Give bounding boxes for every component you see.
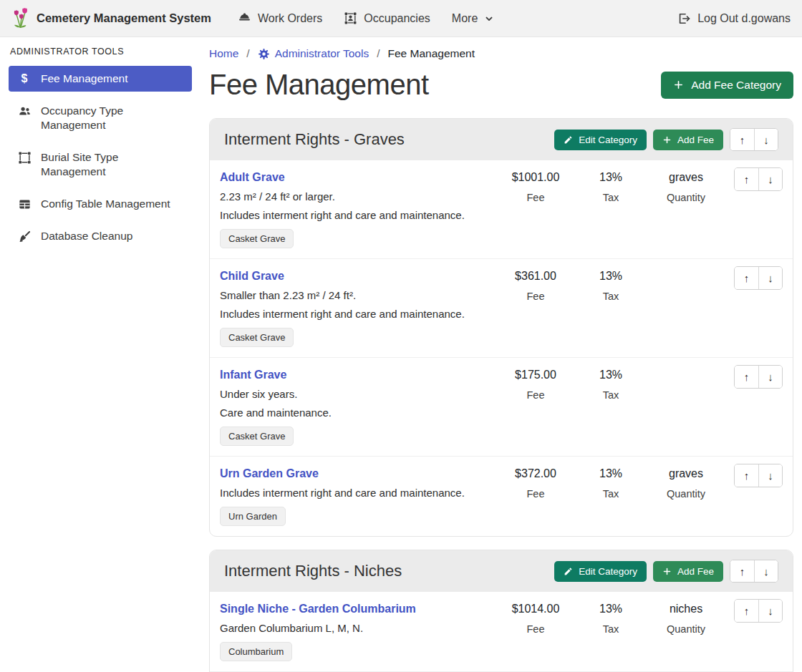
fee-row: Infant Grave Under six years. Care and m… — [210, 358, 793, 457]
brand[interactable]: Cemetery Management System — [11, 8, 211, 29]
breadcrumb-admin-tools-link[interactable]: Administrator Tools — [258, 47, 369, 60]
fee-reorder-group: ↑ ↓ — [734, 365, 783, 389]
tax-value: 13% — [586, 369, 636, 381]
category-title: Interment Rights - Niches — [224, 562, 402, 580]
fee-name-link[interactable]: Infant Grave — [220, 369, 286, 381]
move-fee-up-button[interactable]: ↑ — [735, 168, 758, 190]
pencil-icon — [564, 135, 573, 145]
chevron-down-icon — [484, 14, 494, 24]
table-icon — [17, 198, 32, 211]
tulip-logo-icon — [11, 8, 29, 29]
fee-reorder-group: ↑ ↓ — [734, 266, 783, 290]
fee-reorder-group: ↑ ↓ — [734, 167, 783, 191]
add-fee-category-label: Add Fee Category — [691, 79, 781, 92]
fee-description: 2.23 m² / 24 ft² or larger. — [220, 190, 488, 203]
fee-amount-value: $372.00 — [493, 467, 579, 480]
fee-amount-column: $361.00 Fee — [493, 270, 579, 302]
tax-value: 13% — [586, 171, 636, 184]
fee-description: Includes interment right and care and ma… — [220, 308, 488, 320]
tax-column: 13% Tax — [586, 603, 636, 635]
move-category-down-button[interactable]: ↓ — [754, 560, 778, 582]
categories: Interment Rights - Graves Edit Category — [209, 118, 793, 672]
arrow-down-icon: ↓ — [768, 272, 773, 284]
nav-item-label: Occupancies — [364, 12, 430, 25]
breadcrumb-separator: / — [246, 47, 249, 60]
sidebar-item-label: Burial Site Type Management — [41, 150, 183, 179]
add-fee-category-button[interactable]: Add Fee Category — [661, 72, 793, 99]
fee-amount-label: Fee — [493, 623, 579, 635]
fee-name-link[interactable]: Single Niche - Garden Columbarium — [220, 603, 416, 615]
fee-amount-value: $1001.00 — [493, 171, 579, 184]
page-title: Fee Management — [209, 69, 429, 101]
sidebar-header: ADMINISTRATOR TOOLS — [10, 47, 190, 57]
tax-label: Tax — [586, 389, 636, 401]
fee-amount-column: $1014.00 Fee — [493, 603, 579, 635]
edit-category-button[interactable]: Edit Category — [554, 130, 647, 150]
logout-link[interactable]: Log Out d.gowans — [677, 11, 791, 26]
move-fee-up-button[interactable]: ↑ — [735, 267, 758, 289]
fee-name-link[interactable]: Adult Grave — [220, 171, 285, 184]
sidebar-item-label: Occupancy Type Management — [41, 104, 183, 132]
breadcrumb: Home / Administrator Tool — [209, 47, 793, 60]
sidebar-item-burial-site-type-management[interactable]: Burial Site Type Management — [9, 145, 192, 185]
tax-label: Tax — [586, 192, 636, 203]
broom-icon — [17, 230, 32, 243]
fee-amount-label: Fee — [493, 192, 579, 203]
fee-description: Garden Columbarium L, M, N. — [220, 622, 488, 634]
add-fee-button[interactable]: Add Fee — [653, 130, 723, 150]
fee-list: Single Niche - Garden Columbarium Garden… — [210, 592, 793, 672]
sidebar-item-fee-management[interactable]: $ Fee Management — [9, 66, 192, 92]
fee-name-link[interactable]: Child Grave — [220, 270, 284, 283]
arrow-up-icon: ↑ — [744, 469, 750, 482]
move-fee-up-button[interactable]: ↑ — [735, 366, 758, 388]
nav-item-occupancies[interactable]: Occupancies — [344, 11, 430, 25]
move-fee-down-button[interactable]: ↓ — [758, 366, 782, 388]
sidebar-item-config-table-management[interactable]: Config Table Management — [9, 191, 192, 217]
nav-item-work-orders[interactable]: Work Orders — [238, 11, 322, 25]
move-category-up-button[interactable]: ↑ — [730, 129, 754, 150]
tax-column: 13% Tax — [586, 270, 636, 302]
tax-label: Tax — [586, 623, 636, 635]
quantity-value: graves — [647, 171, 725, 184]
brand-title: Cemetery Management System — [37, 11, 211, 25]
move-fee-down-button[interactable]: ↓ — [758, 600, 782, 622]
move-fee-down-button[interactable]: ↓ — [758, 168, 782, 190]
fee-amount-label: Fee — [493, 291, 579, 302]
sidebar-item-label: Fee Management — [41, 72, 128, 86]
move-fee-down-button[interactable]: ↓ — [758, 464, 782, 487]
edit-category-label: Edit Category — [579, 135, 637, 145]
fee-name-link[interactable]: Urn Garden Grave — [220, 467, 319, 480]
breadcrumb-separator: / — [377, 47, 380, 60]
fee-amount-value: $175.00 — [493, 369, 579, 381]
plus-icon — [673, 79, 684, 90]
fee-list: Adult Grave 2.23 m² / 24 ft² or larger. … — [210, 160, 793, 536]
add-fee-label: Add Fee — [677, 566, 714, 577]
move-fee-up-button[interactable]: ↑ — [735, 464, 758, 487]
breadcrumb-home-link[interactable]: Home — [209, 47, 238, 60]
edit-category-button[interactable]: Edit Category — [554, 561, 647, 582]
quantity-value: niches — [647, 603, 725, 615]
sidebar-item-occupancy-type-management[interactable]: Occupancy Type Management — [9, 98, 192, 138]
move-category-down-button[interactable]: ↓ — [754, 129, 778, 150]
fee-row: Urn Garden Grave Includes interment righ… — [210, 457, 793, 536]
nav-item-more[interactable]: More — [452, 12, 494, 25]
fee-type-badge: Columbarium — [220, 642, 292, 661]
sidebar: ADMINISTRATOR TOOLS $ Fee Management Occ… — [0, 37, 200, 255]
tax-value: 13% — [586, 603, 636, 615]
fee-amount-column: $1001.00 Fee — [493, 171, 579, 203]
add-fee-button[interactable]: Add Fee — [653, 561, 723, 582]
move-category-up-button[interactable]: ↑ — [730, 560, 754, 582]
occupancy-frame-icon — [344, 11, 357, 25]
navbar: Cemetery Management System Work Orders — [0, 0, 802, 37]
quantity-label: Quantity — [647, 192, 725, 203]
fee-reorder-group: ↑ ↓ — [734, 599, 783, 623]
sidebar-item-database-cleanup[interactable]: Database Cleanup — [9, 223, 192, 249]
fee-category-card: Interment Rights - Niches Edit Category — [209, 550, 793, 672]
move-fee-down-button[interactable]: ↓ — [758, 267, 782, 289]
frame-icon — [17, 151, 32, 165]
fee-row: Adult Grave 2.23 m² / 24 ft² or larger. … — [210, 160, 793, 259]
move-fee-up-button[interactable]: ↑ — [735, 600, 758, 622]
arrow-up-icon: ↑ — [740, 565, 745, 578]
tax-column: 13% Tax — [586, 467, 636, 500]
tax-column: 13% Tax — [586, 369, 636, 401]
